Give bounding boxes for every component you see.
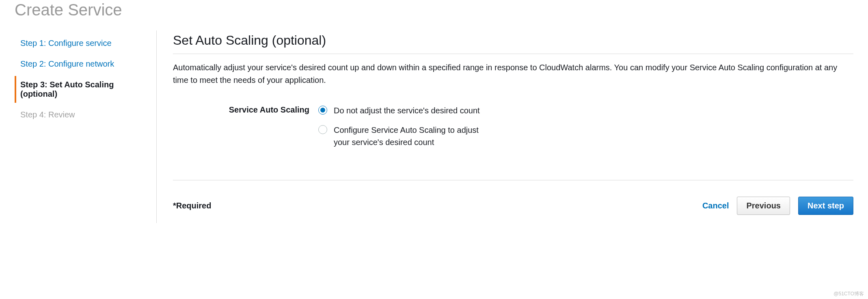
cancel-link[interactable]: Cancel <box>702 201 729 210</box>
step-1-configure-service[interactable]: Step 1: Configure service <box>15 35 156 52</box>
previous-button[interactable]: Previous <box>737 197 790 215</box>
section-title: Set Auto Scaling (optional) <box>173 33 853 54</box>
watermark: @51CTO博客 <box>833 290 864 297</box>
radio-icon <box>318 125 327 134</box>
step-2-configure-network[interactable]: Step 2: Configure network <box>15 55 156 73</box>
radio-configure-auto-scaling[interactable]: Configure Service Auto Scaling to adjust… <box>318 124 493 148</box>
radio-label: Do not adjust the service's desired coun… <box>334 104 480 117</box>
service-auto-scaling-label: Service Auto Scaling <box>173 104 318 115</box>
radio-label: Configure Service Auto Scaling to adjust… <box>334 124 493 148</box>
service-auto-scaling-radio-group: Do not adjust the service's desired coun… <box>318 104 493 156</box>
footer-actions: Cancel Previous Next step <box>702 197 853 215</box>
service-auto-scaling-row: Service Auto Scaling Do not adjust the s… <box>173 104 853 156</box>
page-title: Create Service <box>15 0 853 30</box>
wizard-steps-sidebar: Step 1: Configure service Step 2: Config… <box>15 30 157 223</box>
footer-row: *Required Cancel Previous Next step <box>173 197 853 223</box>
radio-icon <box>318 106 327 115</box>
footer-separator <box>173 180 853 180</box>
layout: Step 1: Configure service Step 2: Config… <box>15 30 853 223</box>
spacer <box>173 156 853 180</box>
section-description: Automatically adjust your service's desi… <box>173 61 853 87</box>
next-step-button[interactable]: Next step <box>798 197 853 215</box>
step-4-review: Step 4: Review <box>15 106 156 124</box>
required-note: *Required <box>173 201 211 210</box>
radio-do-not-adjust[interactable]: Do not adjust the service's desired coun… <box>318 104 493 117</box>
main-content: Set Auto Scaling (optional) Automaticall… <box>157 30 853 223</box>
step-3-set-auto-scaling[interactable]: Step 3: Set Auto Scaling (optional) <box>15 76 156 103</box>
